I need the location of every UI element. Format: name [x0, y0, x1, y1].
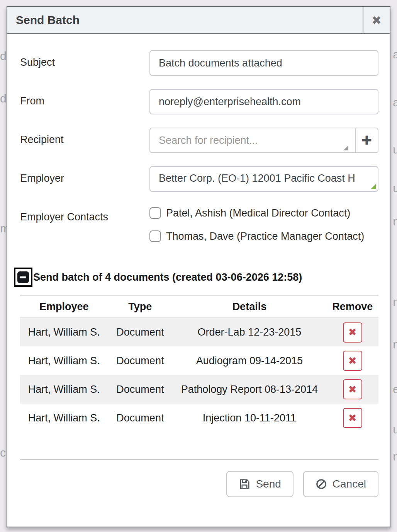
cell-type: Document	[108, 318, 172, 346]
cell-type: Document	[108, 346, 172, 375]
collapse-batch-button[interactable]	[14, 268, 32, 287]
cell-details: Injection 10-11-2011	[172, 404, 326, 432]
employer-row: Employer Better Corp. (EO-1) 12001 Pacif…	[20, 166, 378, 192]
employer-label: Employer	[20, 166, 149, 192]
contact-label-patel[interactable]: Patel, Ashish (Medical Director Contact)	[166, 205, 350, 222]
subject-row: Subject	[20, 50, 378, 76]
remove-document-button[interactable]: ✖	[343, 379, 362, 399]
contact-option: Patel, Ashish (Medical Director Contact)	[149, 205, 378, 222]
subject-label: Subject	[20, 50, 149, 76]
dialog-body: Subject From Recipient ✚	[7, 34, 390, 497]
cell-employee: Hart, William S.	[20, 318, 108, 346]
employer-contacts-label: Employer Contacts	[20, 205, 149, 251]
batch-section-header: Send batch of 4 documents (created 03-06…	[14, 268, 378, 287]
remove-document-button[interactable]: ✖	[343, 351, 362, 371]
recipient-label: Recipient	[20, 128, 149, 153]
dialog-header: Send Batch ✖	[7, 7, 390, 34]
send-button-label: Send	[256, 478, 281, 490]
cell-details: Order-Lab 12-23-2015	[172, 318, 326, 346]
cell-employee: Hart, William S.	[20, 375, 108, 404]
from-row: From	[20, 89, 378, 114]
select-grip-icon	[371, 184, 376, 189]
batch-documents-table: Employee Type Details Remove Hart, Willi…	[20, 295, 378, 432]
table-row: Hart, William S. Document Pathology Repo…	[20, 375, 378, 404]
table-header-row: Employee Type Details Remove	[20, 296, 378, 318]
backdrop-letter: a	[393, 48, 397, 61]
cell-details: Audiogram 09-14-2015	[172, 346, 326, 375]
backdrop-letter: n	[393, 295, 397, 309]
column-header-employee: Employee	[20, 296, 108, 318]
cancel-button[interactable]: Cancel	[303, 471, 378, 497]
cell-type: Document	[108, 375, 172, 404]
table-row: Hart, William S. Document Audiogram 09-1…	[20, 346, 378, 375]
column-header-details: Details	[172, 296, 326, 318]
remove-document-button[interactable]: ✖	[343, 408, 362, 428]
from-label: From	[20, 89, 149, 114]
backdrop-letter: e	[393, 383, 397, 396]
recipient-search-input[interactable]	[149, 128, 355, 153]
backdrop-letter: n	[393, 450, 397, 463]
backdrop-letter: u	[393, 143, 397, 156]
close-icon: ✖	[372, 14, 381, 27]
minus-square-icon	[17, 271, 29, 283]
resize-grip-icon	[343, 145, 348, 150]
contact-checkbox-patel[interactable]	[149, 207, 161, 219]
backdrop-letter: c	[0, 446, 6, 459]
contact-option: Thomas, Dave (Practice Manager Contact)	[149, 228, 378, 245]
contact-label-thomas[interactable]: Thomas, Dave (Practice Manager Contact)	[166, 228, 364, 245]
close-button[interactable]: ✖	[363, 7, 390, 33]
send-batch-dialog: Send Batch ✖ Subject From Recipient	[7, 6, 390, 527]
cell-details: Pathology Report 08-13-2014	[172, 375, 326, 404]
footer-divider	[20, 459, 378, 460]
backdrop-letter: u	[393, 182, 397, 195]
backdrop-letter: a	[393, 96, 397, 109]
plus-icon: ✚	[361, 133, 372, 148]
cell-employee: Hart, William S.	[20, 346, 108, 375]
batch-section-title: Send batch of 4 documents (created 03-06…	[33, 271, 302, 283]
dialog-footer: Send Cancel	[20, 471, 378, 497]
table-row: Hart, William S. Document Injection 10-1…	[20, 404, 378, 432]
backdrop-letter: u	[393, 423, 397, 436]
cancel-button-label: Cancel	[333, 478, 366, 490]
recipient-row: Recipient ✚	[20, 128, 378, 153]
table-row: Hart, William S. Document Order-Lab 12-2…	[20, 318, 378, 346]
contact-checkbox-thomas[interactable]	[149, 230, 161, 242]
remove-document-button[interactable]: ✖	[343, 322, 362, 343]
column-header-remove: Remove	[326, 296, 378, 318]
backdrop-letter: n	[393, 215, 397, 228]
from-input[interactable]	[149, 89, 378, 114]
column-header-type: Type	[108, 296, 172, 318]
backdrop-letter: d	[0, 49, 7, 63]
cell-type: Document	[108, 404, 172, 432]
send-button[interactable]: Send	[226, 471, 293, 497]
save-floppy-icon	[239, 478, 250, 490]
dialog-title: Send Batch	[7, 7, 363, 33]
cell-employee: Hart, William S.	[20, 404, 108, 432]
employer-contacts-row: Employer Contacts Patel, Ashish (Medical…	[20, 205, 378, 251]
backdrop-letter: n	[393, 338, 397, 351]
employer-select[interactable]: Better Corp. (EO-1) 12001 Pacific Coast …	[149, 166, 378, 192]
backdrop-letter: d	[0, 92, 7, 105]
add-recipient-button[interactable]: ✚	[355, 128, 378, 153]
ban-icon	[316, 478, 327, 490]
subject-input[interactable]	[149, 50, 378, 76]
